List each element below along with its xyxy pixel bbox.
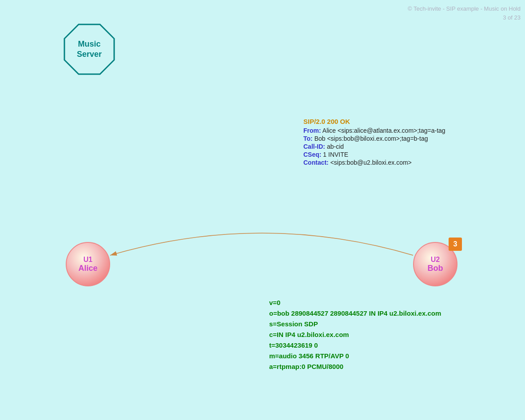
sip-to-value: Bob <sips:bob@biloxi.ex.com>;tag=b-tag	[314, 135, 428, 142]
sip-cseq-label: CSeq:	[303, 151, 321, 158]
alice-node: U1 Alice	[66, 242, 110, 286]
music-server-label: Music Server	[77, 39, 102, 60]
sdp-line-1: o=bob 2890844527 2890844527 IN IP4 u2.bi…	[269, 308, 441, 319]
sip-contact-value: <sips:bob@u2.biloxi.ex.com>	[330, 159, 412, 166]
sip-contact-label: Contact:	[303, 159, 329, 166]
sip-callid-value: ab-cid	[327, 143, 344, 150]
sip-status-line: SIP/2.0 200 OK	[303, 118, 445, 125]
sdp-line-0: v=0	[269, 297, 441, 308]
sip-from-label: From:	[303, 127, 321, 134]
sip-cseq-field: CSeq: 1 INVITE	[303, 151, 445, 158]
sdp-line-2: s=Session SDP	[269, 319, 441, 329]
sip-from-field: From: Alice <sips:alice@atlanta.ex.com>;…	[303, 127, 445, 134]
bob-node: U2 Bob 3	[413, 242, 457, 286]
music-server-node: Music Server	[63, 23, 116, 76]
sdp-line-3: c=IN IP4 u2.biloxi.ex.com	[269, 329, 441, 340]
sip-callid-label: Call-ID:	[303, 143, 325, 150]
sdp-line-4: t=3034423619 0	[269, 340, 441, 351]
sip-contact-field: Contact: <sips:bob@u2.biloxi.ex.com>	[303, 159, 445, 166]
sdp-block: v=0o=bob 2890844527 2890844527 IN IP4 u2…	[269, 297, 441, 372]
sip-from-value: Alice <sips:alice@atlanta.ex.com>;tag=a-…	[322, 127, 445, 134]
sip-message-block: SIP/2.0 200 OK From: Alice <sips:alice@a…	[303, 118, 445, 167]
sip-callid-field: Call-ID: ab-cid	[303, 143, 445, 150]
sdp-line-6: a=rtpmap:0 PCMU/8000	[269, 361, 441, 372]
sip-cseq-value: 1 INVITE	[323, 151, 348, 158]
sip-to-label: To:	[303, 135, 313, 142]
alice-id: U1	[84, 256, 92, 264]
bob-badge: 3	[449, 238, 462, 251]
sdp-line-5: m=audio 3456 RTP/AVP 0	[269, 351, 441, 361]
alice-name: Alice	[78, 264, 97, 273]
bob-name: Bob	[428, 264, 443, 273]
sip-to-field: To: Bob <sips:bob@biloxi.ex.com>;tag=b-t…	[303, 135, 445, 142]
copyright-text: © Tech-invite - SIP example - Music on H…	[408, 4, 521, 22]
alice-circle: U1 Alice	[66, 242, 110, 286]
bob-id: U2	[431, 256, 440, 264]
